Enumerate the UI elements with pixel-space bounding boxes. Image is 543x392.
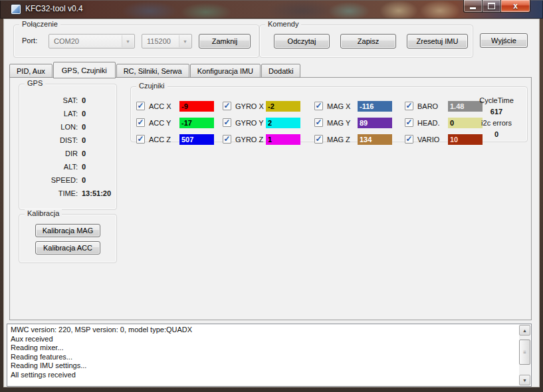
sensor-column-1: ✓ACC X-9✓ACC Y-17✓ACC Z507 xyxy=(136,98,214,147)
close-icon: x xyxy=(513,2,518,10)
gps-dir-value: 0 xyxy=(82,149,86,157)
mag-z-label: MAG Z xyxy=(327,136,358,144)
gyro-x-checkbox[interactable]: ✓ xyxy=(223,102,231,110)
sensors-group: Czujniki ✓ACC X-9✓ACC Y-17✓ACC Z507✓GYRO… xyxy=(130,86,528,142)
log-line: Reading IMU settings... xyxy=(11,361,516,371)
minimize-button[interactable] xyxy=(463,0,483,13)
baud-combobox[interactable]: 115200 ▼ xyxy=(142,34,192,49)
reset-imu-button[interactable]: Zresetuj IMU xyxy=(407,34,468,49)
gps-row-lat: LAT:0 xyxy=(23,107,111,120)
mag-x-label: MAG X xyxy=(327,102,358,110)
disconnect-button[interactable]: Zamknij xyxy=(199,34,251,49)
head-label: HEAD. xyxy=(417,119,448,127)
maximize-icon xyxy=(488,3,495,9)
mag-z-checkbox-check-icon: ✓ xyxy=(315,135,322,143)
gyro-y-checkbox[interactable]: ✓ xyxy=(223,118,231,127)
tab-konfiguracja-imu[interactable]: Konfiguracja IMU xyxy=(190,64,261,78)
baro-checkbox[interactable]: ✓ xyxy=(405,102,413,110)
calibrate-acc-button[interactable]: Kalibracja ACC xyxy=(35,241,100,254)
tab-rc-silniki-serwa[interactable]: RC, Silniki, Serwa xyxy=(116,64,189,78)
gps-lon-value: 0 xyxy=(82,123,86,131)
read-button[interactable]: Odczytaj xyxy=(274,34,330,49)
vario-checkbox-check-icon: ✓ xyxy=(405,135,412,143)
log-line: Reading mixer... xyxy=(11,343,516,353)
cycle-time-label: CycleTime xyxy=(466,95,527,106)
mag-z-checkbox[interactable]: ✓ xyxy=(314,135,323,144)
acc-y-value: -17 xyxy=(179,118,214,128)
caption-buttons: x xyxy=(463,0,530,13)
sensor-column-2: ✓GYRO X-2✓GYRO Y2✓GYRO Z1 xyxy=(223,98,300,147)
connection-group-label: Połączenie xyxy=(19,20,60,28)
sensor-mag-y: ✓MAG Y89 xyxy=(314,114,392,131)
gps-row-sat: SAT:0 xyxy=(23,94,111,107)
close-button[interactable]: x xyxy=(500,0,530,13)
vario-label: VARIO xyxy=(417,136,448,144)
scrollbar-thumb[interactable]: ≡ xyxy=(519,340,530,365)
sensors-group-label: Czujniki xyxy=(136,82,167,90)
gps-lat-label: LAT: xyxy=(23,110,78,118)
sensor-acc-y: ✓ACC Y-17 xyxy=(136,114,214,131)
mag-x-value: -116 xyxy=(358,101,392,112)
gyro-z-checkbox-check-icon: ✓ xyxy=(223,135,230,143)
cycle-time-block: CycleTime 617 i2c errors 0 xyxy=(466,95,527,140)
acc-z-value: 507 xyxy=(179,134,214,145)
maximize-button[interactable] xyxy=(483,0,500,13)
acc-x-value: -9 xyxy=(179,101,214,112)
sensor-acc-x: ✓ACC X-9 xyxy=(136,98,214,114)
calibration-group-label: Kalibracja xyxy=(25,209,62,217)
log-line: Reading features... xyxy=(11,353,516,362)
gps-lat-value: 0 xyxy=(82,110,86,118)
gps-row-dist: DIST:0 xyxy=(23,134,111,147)
mag-x-checkbox[interactable]: ✓ xyxy=(314,102,323,110)
acc-x-checkbox-check-icon: ✓ xyxy=(137,102,144,110)
port-label: Port: xyxy=(22,37,37,45)
sensor-acc-z: ✓ACC Z507 xyxy=(136,131,214,147)
gyro-z-checkbox[interactable]: ✓ xyxy=(223,135,231,144)
log-line: MWC version: 220, MSP version: 0, model … xyxy=(11,326,516,335)
tab-pid-aux[interactable]: PID, Aux xyxy=(9,64,53,78)
acc-y-checkbox[interactable]: ✓ xyxy=(136,118,145,127)
write-button[interactable]: Zapisz xyxy=(340,34,396,49)
window-title: KFC32-tool v0.4 xyxy=(25,4,83,13)
gyro-y-checkbox-check-icon: ✓ xyxy=(223,118,230,126)
baro-label: BARO xyxy=(417,102,448,110)
mag-y-value: 89 xyxy=(358,118,392,128)
mag-y-checkbox-check-icon: ✓ xyxy=(315,118,322,126)
gps-row-alt: ALT:0 xyxy=(23,160,111,173)
log-scrollbar[interactable]: ▲ ≡ ▼ xyxy=(519,325,530,385)
vario-checkbox[interactable]: ✓ xyxy=(405,135,413,144)
gps-time-value: 13:51:20 xyxy=(82,189,111,197)
scrollbar-down-icon[interactable]: ▼ xyxy=(519,375,530,385)
gps-group-label: GPS xyxy=(25,79,45,87)
head-checkbox[interactable]: ✓ xyxy=(405,118,413,127)
acc-x-checkbox[interactable]: ✓ xyxy=(136,102,145,110)
gyro-z-value: 1 xyxy=(266,134,300,145)
minimize-icon xyxy=(470,7,476,9)
port-combobox-arrow-icon: ▼ xyxy=(122,35,134,47)
gps-row-dir: DIR0 xyxy=(23,147,111,160)
gps-row-speed: SPEED:0 xyxy=(23,173,111,187)
log-line: Aux received xyxy=(11,335,516,344)
gps-dist-label: DIST: xyxy=(23,136,78,144)
gps-row-lon: LON:0 xyxy=(23,120,111,134)
gyro-x-checkbox-check-icon: ✓ xyxy=(223,102,230,110)
exit-button[interactable]: Wyjście xyxy=(480,33,528,48)
log-output[interactable]: MWC version: 220, MSP version: 0, model … xyxy=(7,324,532,387)
sensor-gyro-z: ✓GYRO Z1 xyxy=(223,131,300,147)
mag-z-value: 134 xyxy=(358,134,392,145)
tab-gps-czujniki[interactable]: GPS, Czujniki xyxy=(53,62,116,78)
gps-sat-label: SAT: xyxy=(23,96,78,104)
app-icon xyxy=(11,5,21,14)
scrollbar-up-icon[interactable]: ▲ xyxy=(519,325,530,336)
calibrate-mag-button[interactable]: Kalibracja MAG xyxy=(35,224,100,237)
mag-y-checkbox[interactable]: ✓ xyxy=(314,118,323,127)
gps-group: GPS SAT:0LAT:0LON:0DIST:0DIR0ALT:0SPEED:… xyxy=(19,84,117,210)
gps-dir-label: DIR xyxy=(23,149,78,157)
mag-y-label: MAG Y xyxy=(327,119,358,127)
tab-dodatki[interactable]: Dodatki xyxy=(261,64,300,78)
acc-z-checkbox[interactable]: ✓ xyxy=(136,135,145,144)
gps-speed-value: 0 xyxy=(82,176,86,184)
i2c-errors-label: i2c errors xyxy=(466,118,527,129)
port-combobox[interactable]: COM20 ▼ xyxy=(49,34,135,49)
gyro-y-value: 2 xyxy=(266,118,300,128)
